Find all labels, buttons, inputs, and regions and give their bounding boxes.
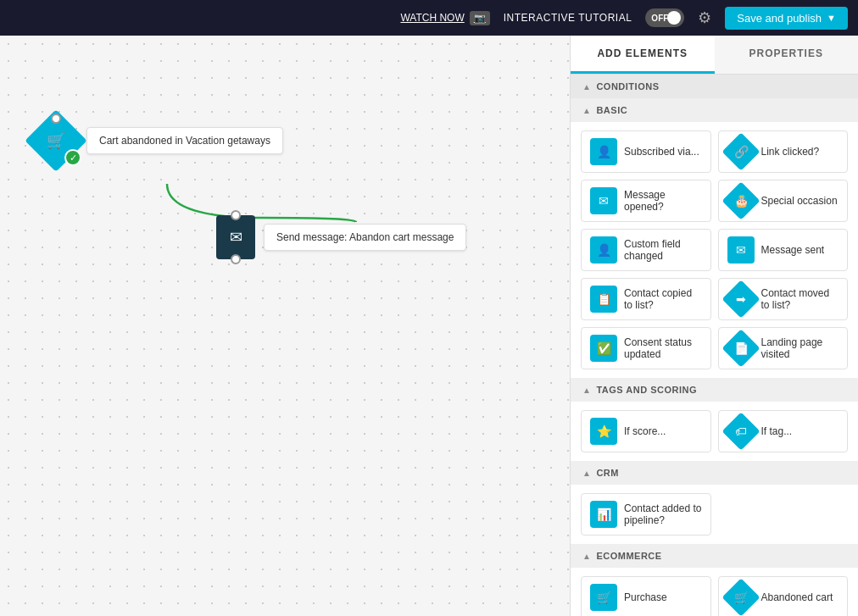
contact-copied-icon: 📋 — [590, 286, 617, 313]
panel-tabs: ADD ELEMENTS PROPERTIES — [571, 36, 858, 75]
consent-status-label: Consent status updated — [624, 336, 702, 360]
tags-scoring-elements: ⭐ If score... 🏷 If tag... — [571, 402, 858, 461]
watch-now-label: WATCH NOW — [400, 12, 464, 24]
ecommerce-elements: 🛒 Purchase 🛒 Abandoned cart 🔗 Visited UR… — [571, 568, 858, 616]
link-clicked-icon: 🔗 — [722, 132, 760, 170]
tutorial-toggle[interactable]: OFF — [645, 8, 684, 27]
toggle-off-label: OFF — [651, 14, 668, 23]
landing-page-icon: 📄 — [722, 329, 760, 367]
watch-now-button[interactable]: WATCH NOW 📷 — [400, 11, 489, 25]
topbar: WATCH NOW 📷 INTERACTIVE TUTORIAL OFF ⚙ S… — [0, 0, 858, 36]
element-contact-moved[interactable]: ➡ Contact moved to list? — [718, 278, 849, 320]
element-subscribed-via[interactable]: 👤 Subscribed via... — [581, 130, 711, 173]
special-occasion-icon: 🎂 — [722, 181, 760, 219]
subscribed-via-label: Subscribed via... — [624, 146, 699, 158]
element-link-clicked[interactable]: 🔗 Link clicked? — [718, 130, 849, 173]
main-content: 🛒 ✓ Cart abandoned in Vacation getaways … — [0, 36, 858, 616]
contact-moved-label: Contact moved to list? — [761, 287, 839, 311]
element-special-occasion[interactable]: 🎂 Special occasion — [718, 180, 849, 222]
start-node-label: Cart abandoned in Vacation getaways — [86, 127, 283, 154]
custom-field-label: Custom field changed — [624, 238, 702, 262]
tutorial-label: INTERACTIVE TUTORIAL — [504, 12, 632, 24]
dropdown-arrow-icon: ▼ — [827, 13, 836, 23]
camera-icon: 📷 — [470, 11, 490, 25]
element-custom-field[interactable]: 👤 Custom field changed — [581, 229, 711, 271]
consent-status-icon: ✅ — [590, 335, 617, 362]
if-score-icon: ⭐ — [590, 418, 617, 445]
abandoned-cart-icon: 🛒 — [722, 578, 760, 616]
canvas-area[interactable]: 🛒 ✓ Cart abandoned in Vacation getaways … — [0, 36, 570, 616]
crm-elements: 📊 Contact added to pipeline? — [571, 485, 858, 544]
element-purchase[interactable]: 🛒 Purchase — [581, 576, 711, 616]
settings-icon[interactable]: ⚙ — [698, 8, 711, 27]
message-sent-label: Message sent — [761, 244, 825, 256]
crm-label: CRM — [596, 468, 619, 478]
crm-chevron: ▲ — [582, 469, 591, 478]
basic-label: BASIC — [596, 105, 627, 115]
custom-field-icon: 👤 — [590, 236, 617, 264]
if-tag-icon: 🏷 — [722, 412, 760, 450]
message-node-label: Send message: Abandon cart message — [264, 224, 466, 251]
message-sent-icon: ✉ — [727, 236, 755, 264]
ecommerce-chevron: ▲ — [582, 552, 591, 561]
element-consent-status[interactable]: ✅ Consent status updated — [581, 327, 711, 369]
element-message-sent[interactable]: ✉ Message sent — [718, 229, 849, 271]
save-publish-label: Save and publish — [737, 12, 822, 25]
basic-chevron: ▲ — [582, 106, 591, 115]
contact-pipeline-icon: 📊 — [590, 501, 617, 528]
conditions-chevron: ▲ — [582, 82, 591, 92]
if-tag-label: If tag... — [761, 425, 793, 437]
message-node-connector-top[interactable] — [231, 210, 241, 220]
message-node-connector-bottom[interactable] — [231, 254, 241, 264]
contact-moved-icon: ➡ — [722, 280, 760, 318]
element-if-score[interactable]: ⭐ If score... — [581, 410, 711, 452]
contact-pipeline-label: Contact added to pipeline? — [624, 502, 702, 526]
subscribed-via-icon: 👤 — [590, 138, 617, 165]
abandoned-cart-label: Abandoned cart — [761, 591, 833, 603]
landing-page-label: Landing page visited — [761, 336, 839, 360]
tags-scoring-label: TAGS AND SCORING — [596, 385, 697, 395]
message-node[interactable]: ✉ Send message: Abandon cart message — [216, 215, 466, 259]
link-clicked-label: Link clicked? — [761, 146, 820, 158]
tab-add-elements[interactable]: ADD ELEMENTS — [571, 36, 715, 74]
if-score-label: If score... — [624, 425, 666, 437]
conditions-label: CONDITIONS — [596, 81, 659, 92]
purchase-icon: 🛒 — [590, 584, 617, 611]
right-panel: ADD ELEMENTS PROPERTIES ▲ CONDITIONS ▲ B… — [570, 36, 858, 616]
message-box-icon: ✉ — [216, 215, 255, 259]
element-contact-pipeline[interactable]: 📊 Contact added to pipeline? — [581, 493, 711, 536]
message-opened-icon: ✉ — [590, 187, 617, 214]
element-if-tag[interactable]: 🏷 If tag... — [718, 410, 849, 452]
section-ecommerce[interactable]: ▲ ECOMMERCE — [571, 544, 858, 568]
section-basic[interactable]: ▲ BASIC — [571, 98, 858, 122]
section-conditions[interactable]: ▲ CONDITIONS — [571, 75, 858, 98]
element-contact-copied[interactable]: 📋 Contact copied to list? — [581, 278, 711, 320]
ecommerce-label: ECOMMERCE — [596, 551, 661, 561]
element-message-opened[interactable]: ✉ Message opened? — [581, 180, 711, 222]
tags-scoring-chevron: ▲ — [582, 386, 591, 395]
purchase-label: Purchase — [624, 591, 667, 603]
message-opened-label: Message opened? — [624, 189, 702, 213]
tab-properties[interactable]: PROPERTIES — [715, 36, 859, 74]
section-tags-scoring[interactable]: ▲ TAGS AND SCORING — [571, 378, 858, 402]
save-publish-button[interactable]: Save and publish ▼ — [725, 7, 848, 30]
cart-icon: 🛒 — [47, 131, 65, 150]
toggle-knob — [667, 11, 681, 25]
special-occasion-label: Special occasion — [761, 195, 838, 207]
node-connector-top[interactable] — [51, 114, 61, 124]
start-node[interactable]: 🛒 ✓ Cart abandoned in Vacation getaways — [34, 119, 283, 163]
element-abandoned-cart[interactable]: 🛒 Abandoned cart — [718, 576, 849, 616]
element-landing-page[interactable]: 📄 Landing page visited — [718, 327, 849, 369]
check-badge: ✓ — [64, 149, 81, 166]
contact-copied-label: Contact copied to list? — [624, 287, 702, 311]
section-crm[interactable]: ▲ CRM — [571, 461, 858, 485]
basic-elements: 👤 Subscribed via... 🔗 Link clicked? ✉ Me… — [571, 122, 858, 378]
